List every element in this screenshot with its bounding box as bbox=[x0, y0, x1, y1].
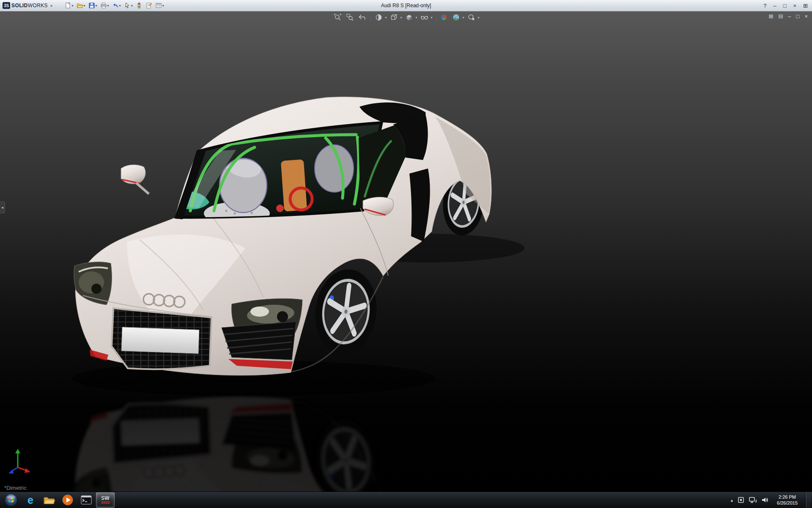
taskbar-item-media-player[interactable] bbox=[59, 493, 77, 507]
brand-text: SOLIDWORKS bbox=[11, 3, 48, 8]
section-view-dropdown[interactable]: ▾ bbox=[385, 16, 387, 19]
volume-icon[interactable] bbox=[761, 497, 768, 503]
previous-view-button[interactable] bbox=[357, 13, 367, 22]
new-document-button[interactable]: ▾ bbox=[64, 2, 74, 9]
clock-date: 6/26/2015 bbox=[777, 500, 798, 506]
taskbar: e SW 2015 ▴ bbox=[0, 491, 812, 508]
edit-appearance-button[interactable] bbox=[439, 13, 449, 22]
toolbar-separator bbox=[436, 14, 436, 21]
file-properties-icon bbox=[145, 2, 152, 9]
view-orientation-label: *Dimetric bbox=[4, 485, 27, 491]
view-orientation-icon bbox=[390, 14, 398, 21]
corner-grid-icon[interactable]: ⊞ bbox=[803, 3, 808, 9]
doc-minimize-button[interactable]: – bbox=[788, 13, 791, 19]
undo-dropdown[interactable]: ▾ bbox=[119, 4, 121, 8]
close-button[interactable]: × bbox=[793, 3, 797, 9]
heads-up-view-toolbar: ▾ ▾ ▾ ▾ ▾ ▾ bbox=[332, 13, 479, 22]
tray-app-icon[interactable] bbox=[738, 497, 744, 503]
new-document-icon bbox=[65, 2, 71, 9]
menu-flyout-icon[interactable]: ▸ bbox=[51, 3, 53, 8]
view-settings-dropdown[interactable]: ▾ bbox=[478, 16, 480, 19]
view-orientation-button[interactable] bbox=[389, 13, 399, 22]
rebuild-button[interactable] bbox=[135, 2, 143, 9]
new-dropdown[interactable]: ▾ bbox=[72, 4, 74, 8]
doc-new-window-button[interactable]: ⊞ bbox=[769, 13, 774, 19]
zoom-to-fit-icon bbox=[334, 14, 341, 21]
taskbar-item-file-explorer[interactable] bbox=[40, 493, 58, 507]
feature-tree-collapse-tab[interactable]: ◂ bbox=[0, 202, 5, 213]
tray-expand-button[interactable]: ▴ bbox=[731, 498, 733, 502]
save-dropdown[interactable]: ▾ bbox=[96, 4, 97, 8]
titlebar: 3S SOLIDWORKS ▸ ▾ ▾ ▾ ▾ ▾ ▾ bbox=[0, 0, 812, 11]
start-button[interactable] bbox=[3, 492, 19, 508]
zoom-to-area-button[interactable] bbox=[345, 13, 355, 22]
save-icon bbox=[88, 2, 95, 9]
display-style-icon bbox=[405, 14, 413, 21]
zoom-to-fit-button[interactable] bbox=[332, 13, 343, 22]
select-button[interactable]: ▾ bbox=[123, 2, 134, 9]
help-button[interactable]: ? bbox=[763, 3, 766, 9]
select-cursor-icon bbox=[124, 2, 131, 9]
doc-restore-button[interactable]: □ bbox=[796, 13, 800, 19]
window-controls: ? – □ × ⊞ bbox=[763, 3, 808, 9]
dassault-3ds-logo-icon: 3S bbox=[3, 2, 10, 9]
hide-show-items-button[interactable] bbox=[420, 13, 430, 22]
apply-scene-dropdown[interactable]: ▾ bbox=[463, 16, 464, 19]
open-button[interactable]: ▾ bbox=[76, 2, 86, 9]
maximize-button[interactable]: □ bbox=[783, 3, 787, 9]
view-orientation-dropdown[interactable]: ▾ bbox=[400, 16, 402, 19]
print-button[interactable]: ▾ bbox=[99, 2, 110, 9]
main-toolbar: ▾ ▾ ▾ ▾ ▾ ▾ ▾ bbox=[64, 2, 165, 9]
system-tray: ▴ 2:26 PM 6/26/2015 bbox=[731, 492, 811, 508]
taskbar-clock[interactable]: 2:26 PM 6/26/2015 bbox=[773, 494, 801, 506]
floor-reflection bbox=[74, 397, 491, 492]
options-button[interactable]: ▾ bbox=[154, 2, 165, 9]
minimize-button[interactable]: – bbox=[773, 3, 776, 9]
graphics-area[interactable]: ▾ ▾ ▾ ▾ ▾ ▾ ⊞ ⊟ – □ × bbox=[0, 11, 812, 492]
save-button[interactable]: ▾ bbox=[88, 2, 98, 9]
solidworks-logo: 3S SOLIDWORKS ▸ bbox=[3, 2, 53, 9]
panel-collapse-icon: ◂ bbox=[1, 205, 3, 210]
orientation-triad bbox=[7, 447, 32, 475]
solidworks-taskbar-icon: SW 2015 bbox=[101, 496, 110, 505]
undo-icon bbox=[112, 2, 119, 9]
right-air-intake[interactable] bbox=[222, 322, 296, 360]
rebuild-icon bbox=[136, 2, 143, 9]
apply-scene-button[interactable] bbox=[451, 13, 461, 22]
file-properties-button[interactable] bbox=[145, 2, 153, 9]
z-axis-arrow bbox=[8, 469, 14, 474]
toolbar-separator bbox=[370, 14, 370, 21]
options-icon bbox=[155, 2, 162, 9]
media-player-icon bbox=[62, 494, 73, 505]
y-axis-arrow bbox=[15, 449, 20, 453]
3d-model-canvas[interactable] bbox=[0, 11, 812, 492]
left-mirror[interactable] bbox=[121, 165, 149, 194]
network-icon[interactable] bbox=[749, 497, 757, 503]
taskbar-item-solidworks[interactable]: SW 2015 bbox=[96, 492, 115, 508]
doc-cascade-button[interactable]: ⊟ bbox=[778, 13, 783, 19]
open-dropdown[interactable]: ▾ bbox=[84, 4, 85, 8]
options-dropdown[interactable]: ▾ bbox=[162, 4, 164, 8]
view-settings-icon bbox=[468, 14, 475, 21]
x-axis-arrow bbox=[25, 468, 30, 473]
folder-icon bbox=[43, 495, 55, 505]
select-dropdown[interactable]: ▾ bbox=[131, 4, 133, 8]
section-view-button[interactable] bbox=[373, 13, 384, 22]
previous-view-icon bbox=[358, 14, 366, 21]
doc-close-button[interactable]: × bbox=[804, 13, 808, 19]
display-style-dropdown[interactable]: ▾ bbox=[415, 16, 417, 19]
document-window-controls: ⊞ ⊟ – □ × bbox=[769, 13, 808, 19]
view-settings-button[interactable] bbox=[466, 13, 477, 22]
taskbar-item-command-prompt[interactable] bbox=[77, 493, 95, 507]
windows-start-icon bbox=[4, 493, 18, 507]
command-prompt-icon bbox=[81, 495, 92, 505]
hide-show-items-dropdown[interactable]: ▾ bbox=[431, 16, 433, 19]
display-style-button[interactable] bbox=[404, 13, 414, 22]
apply-scene-icon bbox=[453, 14, 460, 21]
section-view-icon bbox=[375, 14, 382, 21]
clock-time: 2:26 PM bbox=[777, 494, 798, 500]
taskbar-item-internet-explorer[interactable]: e bbox=[22, 493, 39, 507]
show-desktop-button[interactable] bbox=[806, 492, 811, 508]
print-dropdown[interactable]: ▾ bbox=[107, 4, 109, 8]
undo-button[interactable]: ▾ bbox=[111, 2, 122, 9]
